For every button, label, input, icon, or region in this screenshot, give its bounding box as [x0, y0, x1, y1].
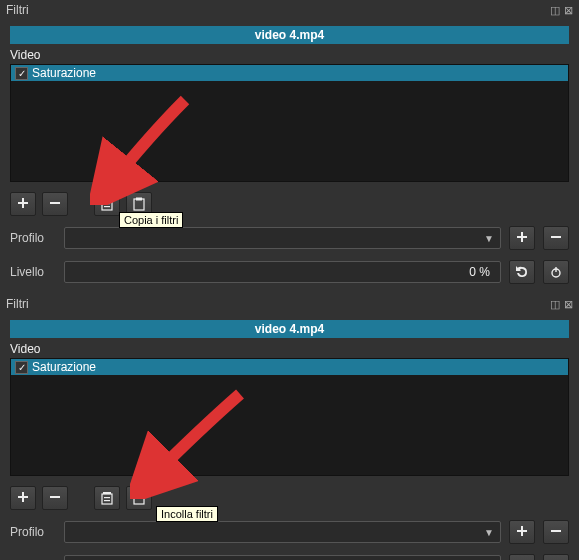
filter-item[interactable]: ✓ Saturazione: [11, 359, 568, 375]
level-slider[interactable]: 0 %: [64, 261, 501, 283]
profile-remove-button[interactable]: [543, 226, 569, 250]
profile-label: Profilo: [10, 231, 56, 245]
svg-rect-17: [551, 530, 561, 532]
copy-icon: [100, 197, 114, 211]
filter-toolbar: [10, 486, 569, 510]
panel-body: video 4.mp4 Video ✓ Saturazione: [0, 20, 579, 294]
level-value: 0 %: [469, 265, 490, 279]
filter-list[interactable]: ✓ Saturazione: [10, 64, 569, 182]
power-icon: [549, 265, 563, 279]
copy-filters-button[interactable]: [94, 192, 120, 216]
panel-title: Filtri: [6, 297, 29, 311]
filter-checkbox[interactable]: ✓: [15, 361, 28, 374]
svg-rect-6: [136, 198, 142, 201]
filters-panel-1: Filtri ◫ ⊠ video 4.mp4 Video ✓ Saturazio…: [0, 0, 579, 294]
reset-button[interactable]: [509, 260, 535, 284]
panel-title: Filtri: [6, 3, 29, 17]
level-label: Livello: [10, 265, 56, 279]
dock-icon[interactable]: ◫: [550, 4, 560, 17]
filter-group-label: Video: [10, 48, 569, 62]
svg-rect-10: [50, 496, 60, 498]
profile-add-button[interactable]: [509, 520, 535, 544]
chevron-down-icon: ▼: [484, 233, 494, 244]
svg-rect-9: [555, 267, 556, 272]
filter-toolbar: [10, 192, 569, 216]
level-row: Livello 0 %: [10, 260, 569, 284]
chevron-down-icon: ▼: [484, 527, 494, 538]
filters-panel-2: Filtri ◫ ⊠ video 4.mp4 Video ✓ Saturazio…: [0, 294, 579, 560]
undo-icon: [515, 265, 529, 279]
svg-rect-4: [104, 206, 110, 207]
level-slider[interactable]: 0 %: [64, 555, 501, 560]
plus-icon: [515, 231, 529, 245]
copy-icon: [100, 491, 114, 505]
minus-icon: [48, 197, 62, 211]
filter-item[interactable]: ✓ Saturazione: [11, 65, 568, 81]
clip-name: video 4.mp4: [10, 26, 569, 44]
copy-filters-button[interactable]: [94, 486, 120, 510]
remove-filter-button[interactable]: [42, 192, 68, 216]
reset-button[interactable]: [509, 554, 535, 560]
svg-rect-0: [50, 202, 60, 204]
svg-rect-12: [102, 494, 112, 504]
panel-header: Filtri ◫ ⊠: [0, 0, 579, 20]
level-row: Livello 0 %: [10, 554, 569, 560]
power-button[interactable]: [543, 554, 569, 560]
paste-filters-button[interactable]: [126, 486, 152, 510]
panel-window-controls: ◫ ⊠: [550, 298, 573, 311]
panel-header: Filtri ◫ ⊠: [0, 294, 579, 314]
profile-combo[interactable]: ▼: [64, 227, 501, 249]
profile-add-button[interactable]: [509, 226, 535, 250]
svg-rect-5: [134, 199, 144, 210]
filter-group-label: Video: [10, 342, 569, 356]
filter-checkbox[interactable]: ✓: [15, 67, 28, 80]
profile-remove-button[interactable]: [543, 520, 569, 544]
tooltip-copy: Copia i filtri: [119, 212, 183, 228]
profile-row: Profilo ▼: [10, 226, 569, 250]
svg-rect-3: [104, 203, 110, 204]
paste-icon: [132, 491, 146, 505]
filter-name: Saturazione: [32, 360, 96, 374]
add-filter-button[interactable]: [10, 486, 36, 510]
minus-icon: [549, 525, 563, 539]
profile-combo[interactable]: ▼: [64, 521, 501, 543]
minus-icon: [549, 231, 563, 245]
add-filter-button[interactable]: [10, 192, 36, 216]
paste-icon: [132, 197, 146, 211]
close-icon[interactable]: ⊠: [564, 4, 573, 17]
plus-icon: [16, 491, 30, 505]
dock-icon[interactable]: ◫: [550, 298, 560, 311]
power-button[interactable]: [543, 260, 569, 284]
close-icon[interactable]: ⊠: [564, 298, 573, 311]
tooltip-paste: Incolla filtri: [156, 506, 218, 522]
filter-list[interactable]: ✓ Saturazione: [10, 358, 569, 476]
svg-rect-13: [104, 497, 110, 498]
plus-icon: [16, 197, 30, 211]
svg-rect-16: [136, 492, 142, 495]
plus-icon: [515, 525, 529, 539]
panel-body: video 4.mp4 Video ✓ Saturazione: [0, 314, 579, 560]
svg-rect-7: [551, 236, 561, 238]
clip-name: video 4.mp4: [10, 320, 569, 338]
filter-name: Saturazione: [32, 66, 96, 80]
profile-row: Profilo ▼: [10, 520, 569, 544]
panel-window-controls: ◫ ⊠: [550, 4, 573, 17]
svg-rect-2: [102, 200, 112, 210]
svg-rect-15: [134, 493, 144, 504]
remove-filter-button[interactable]: [42, 486, 68, 510]
minus-icon: [48, 491, 62, 505]
profile-label: Profilo: [10, 525, 56, 539]
svg-rect-14: [104, 500, 110, 501]
